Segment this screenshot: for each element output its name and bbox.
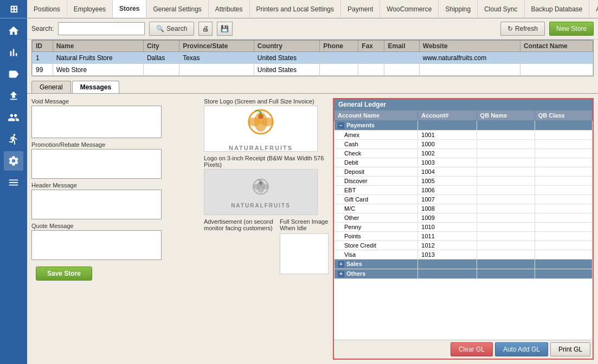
- sidebar-upload-icon[interactable]: [4, 86, 23, 106]
- gl-row[interactable]: M/C1008: [335, 204, 593, 213]
- table-row[interactable]: 99Web StoreUnited States: [33, 64, 593, 76]
- tab-employees[interactable]: Employees: [67, 0, 113, 18]
- col-city: City: [143, 41, 179, 52]
- tab-payment[interactable]: Payment: [341, 0, 380, 18]
- clear-gl-button[interactable]: Clear GL: [451, 342, 493, 356]
- gl-sales-group[interactable]: +Sales: [335, 259, 593, 269]
- search-icon: 🔍: [156, 25, 164, 32]
- gl-table: Account Name Account# QB Name QB Class −…: [334, 110, 593, 279]
- store-table: ID Name City Province/State Country Phon…: [32, 40, 593, 76]
- gl-title: General Ledger: [334, 99, 593, 110]
- void-textarea[interactable]: [31, 106, 162, 138]
- gl-row[interactable]: Amex1001: [335, 131, 593, 140]
- search-button[interactable]: 🔍 Search: [149, 22, 194, 36]
- header-textarea[interactable]: [31, 190, 162, 219]
- quote-label: Quote Message: [31, 223, 200, 229]
- refresh-button[interactable]: ↻ Refresh: [500, 22, 545, 36]
- logos-panel: Store Logo (Screen and Full Size Invoice…: [204, 98, 329, 360]
- tab-positions[interactable]: Positions: [27, 0, 67, 18]
- nav-tabs: Positions Employees Stores General Setti…: [27, 0, 598, 18]
- svg-point-9: [261, 184, 269, 190]
- screen-logo-box[interactable]: NATURALFRUITS: [204, 106, 318, 152]
- tab-bar: General Messages: [27, 79, 598, 94]
- tab-stores[interactable]: Stores: [113, 0, 146, 18]
- gl-row[interactable]: Gift Card1007: [335, 195, 593, 204]
- ad-row: Advertisement (on second monitor facing …: [204, 218, 329, 274]
- svg-point-8: [253, 184, 261, 190]
- gl-payments-group[interactable]: −Payments: [335, 121, 593, 131]
- gl-col-account-name: Account Name: [335, 110, 418, 121]
- col-id: ID: [33, 41, 53, 52]
- tab-messages[interactable]: Messages: [72, 81, 119, 93]
- gl-col-qb-class: QB Class: [535, 110, 592, 121]
- receipt-logo-svg: [247, 176, 274, 203]
- gl-col-qb-name: QB Name: [477, 110, 535, 121]
- promotion-textarea[interactable]: [31, 149, 162, 179]
- refresh-icon: ↻: [507, 25, 513, 32]
- messages-panel: Void Message Promotion/Rebate Message He…: [31, 98, 200, 360]
- tab-attributes[interactable]: Attributes: [209, 0, 250, 18]
- gl-others-group[interactable]: +Others: [335, 269, 593, 279]
- col-phone: Phone: [320, 41, 358, 52]
- sidebar-menu-icon[interactable]: [4, 173, 23, 192]
- receipt-fruits-text: NATURALFRUITS: [231, 203, 291, 209]
- full-screen-image-box[interactable]: [280, 233, 329, 274]
- print-icon-button[interactable]: 🖨: [198, 22, 213, 36]
- svg-point-3: [261, 118, 274, 126]
- save-store-button[interactable]: Save Store: [36, 266, 92, 281]
- app-logo: ⊞: [0, 0, 27, 18]
- tab-woocommerce[interactable]: WooCommerce: [380, 0, 439, 18]
- tab-general-settings[interactable]: General Settings: [146, 0, 208, 18]
- col-website: Website: [419, 41, 520, 52]
- print-gl-button[interactable]: Print GL: [550, 342, 590, 356]
- sidebar-settings-icon[interactable]: [4, 151, 23, 171]
- header-message-group: Header Message: [31, 182, 200, 219]
- sidebar-home-icon[interactable]: [4, 21, 23, 41]
- gl-row[interactable]: Cash1000: [335, 140, 593, 149]
- sidebar-tag-icon[interactable]: [4, 64, 23, 84]
- col-name: Name: [53, 41, 143, 52]
- gl-row[interactable]: Deposit1004: [335, 167, 593, 177]
- table-row[interactable]: 1Natural Fruits StoreDallasTexasUnited S…: [33, 52, 593, 64]
- tab-cloud-sync[interactable]: Cloud Sync: [478, 0, 524, 18]
- tab-shipping[interactable]: Shipping: [439, 0, 478, 18]
- gl-row[interactable]: Visa1013: [335, 250, 593, 259]
- gl-row[interactable]: Store Credit1012: [335, 241, 593, 250]
- gl-footer: Clear GL Auto Add GL Print GL: [334, 340, 593, 359]
- svg-point-2: [248, 118, 261, 126]
- tab-backup-database[interactable]: Backup Database: [525, 0, 590, 18]
- quote-textarea[interactable]: [31, 230, 162, 260]
- gl-row[interactable]: EBT1006: [335, 186, 593, 195]
- screen-logo-label: Store Logo (Screen and Full Size Invoice…: [204, 98, 329, 105]
- tab-general[interactable]: General: [31, 81, 71, 93]
- gl-row[interactable]: Discover1005: [335, 177, 593, 186]
- col-contact: Contact Name: [520, 41, 593, 52]
- sidebar-walk-icon[interactable]: [4, 129, 23, 149]
- gl-row[interactable]: Debit1003: [335, 158, 593, 167]
- auto-add-gl-button[interactable]: Auto Add GL: [495, 342, 548, 356]
- gl-col-account-num: Account#: [418, 110, 477, 121]
- screen-logo-group: Store Logo (Screen and Full Size Invoice…: [204, 98, 329, 152]
- tab-advanced[interactable]: Advanced: [589, 0, 598, 18]
- store-table-wrapper: ID Name City Province/State Country Phon…: [31, 40, 594, 76]
- gl-row[interactable]: Other1009: [335, 213, 593, 223]
- natural-fruits-text: NATURALFRUITS: [229, 145, 293, 151]
- bottom-panel: General Messages Void Message Promotion/…: [27, 79, 598, 364]
- receipt-logo-label: Logo on 3-inch Receipt (B&W Max Width 57…: [204, 155, 329, 168]
- natural-fruits-logo-svg: [239, 107, 282, 145]
- gl-row[interactable]: Points1011: [335, 232, 593, 241]
- receipt-logo-group: Logo on 3-inch Receipt (B&W Max Width 57…: [204, 155, 329, 215]
- save-row: Save Store: [31, 263, 200, 284]
- gl-table-wrapper: Account Name Account# QB Name QB Class −…: [334, 110, 593, 340]
- export-icon-button[interactable]: 💾: [217, 22, 233, 36]
- gl-row[interactable]: Penny1010: [335, 223, 593, 232]
- new-store-button[interactable]: New Store: [549, 22, 594, 36]
- tab-printers-local[interactable]: Printers and Local Settings: [250, 0, 341, 18]
- gl-panel: General Ledger Account Name Account# QB …: [333, 98, 594, 360]
- sidebar-people-icon[interactable]: [4, 108, 23, 127]
- promotion-message-group: Promotion/Rebate Message: [31, 141, 200, 179]
- receipt-logo-box[interactable]: NATURALFRUITS: [204, 169, 318, 215]
- search-input[interactable]: [58, 22, 145, 35]
- sidebar-chart-icon[interactable]: [4, 43, 23, 62]
- gl-row[interactable]: Check1002: [335, 149, 593, 158]
